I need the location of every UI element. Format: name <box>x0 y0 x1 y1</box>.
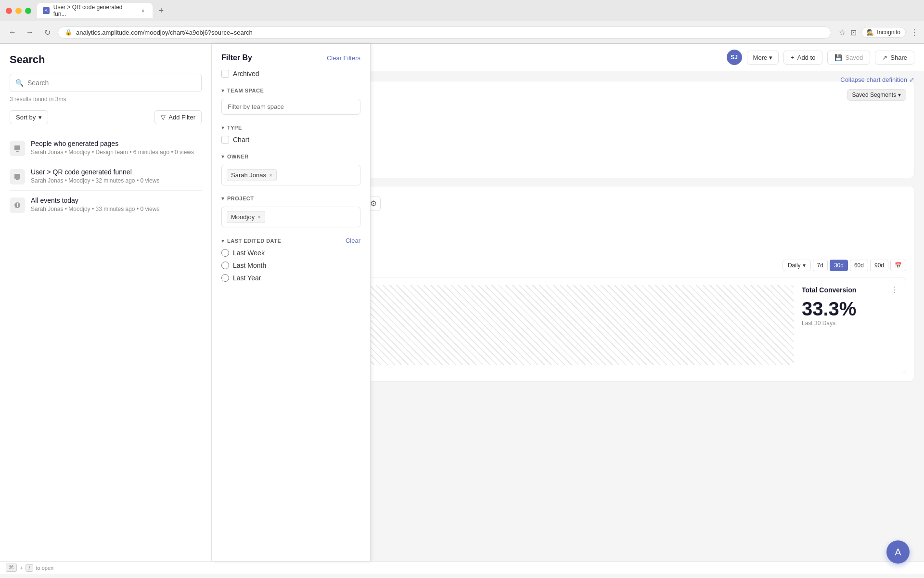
filter-title: Filter By <box>221 53 252 62</box>
sort-by-button[interactable]: Sort by ▾ <box>10 110 48 124</box>
plus-text: + <box>20 565 23 571</box>
owner-tag: Sarah Jonas × <box>227 169 277 181</box>
chevron-down-icon: ▾ <box>769 54 772 61</box>
incognito-badge: 🕵 Incognito <box>861 27 906 38</box>
period-calendar[interactable]: 📅 <box>890 260 906 271</box>
filter-icon: ▽ <box>161 114 166 121</box>
back-nav-button[interactable]: ← <box>6 26 19 39</box>
last-month-option[interactable]: Last Month <box>221 262 360 269</box>
search-results-count: 3 results found in 3ms <box>10 96 202 103</box>
archived-label: Archived <box>233 70 259 78</box>
fab-icon: A <box>895 547 901 558</box>
last-edited-date-header[interactable]: ▾ LAST EDITED DATE <box>221 237 281 244</box>
last-year-label: Last Year <box>233 274 261 282</box>
daily-label: Daily <box>788 262 801 269</box>
minimize-dot[interactable] <box>15 8 22 14</box>
project-section: ▾ PROJECT Moodjoy × <box>221 195 360 227</box>
search-input-wrapper: 🔍 <box>10 74 202 92</box>
app-container: Search 🔍 3 results found in 3ms Sort by … <box>0 44 924 561</box>
browser-tab-active[interactable]: A User > QR code generated fun... × <box>37 3 153 18</box>
team-space-input[interactable] <box>221 99 360 115</box>
last-month-radio[interactable] <box>221 262 229 269</box>
last-year-radio[interactable] <box>221 274 229 282</box>
owner-tags-input[interactable]: Sarah Jonas × <box>221 165 360 185</box>
maximize-dot[interactable] <box>25 8 31 14</box>
more-button[interactable]: More ▾ <box>747 51 779 65</box>
chevron-down-icon: ▾ <box>221 87 224 94</box>
chevron-down-icon: ▾ <box>803 262 806 269</box>
search-title: Search <box>10 53 202 66</box>
add-filter-label: Add Filter <box>168 114 195 121</box>
share-button[interactable]: ↗ Share <box>875 51 914 65</box>
last-year-option[interactable]: Last Year <box>221 274 360 282</box>
project-header[interactable]: ▾ PROJECT <box>221 195 360 202</box>
saved-segments-label: Saved Segments <box>852 92 896 98</box>
svg-rect-2 <box>14 174 20 179</box>
team-space-title: TEAM SPACE <box>227 88 264 93</box>
collapse-label: Collapse chart definition <box>840 76 907 83</box>
period-90d[interactable]: 90d <box>870 260 888 271</box>
last-edited-date-title: LAST EDITED DATE <box>227 238 281 244</box>
period-30d[interactable]: 30d <box>830 260 848 271</box>
close-dot[interactable] <box>6 8 12 14</box>
saved-button[interactable]: 💾 Saved <box>827 51 870 65</box>
bookmark-icon[interactable]: ☆ <box>839 28 846 37</box>
result-icon-events <box>10 197 25 213</box>
add-to-button[interactable]: + Add to <box>783 51 822 65</box>
result-content: All events today Sarah Jonas • Moodjoy •… <box>31 197 202 212</box>
result-name: All events today <box>31 197 202 204</box>
list-item[interactable]: All events today Sarah Jonas • Moodjoy •… <box>10 191 202 219</box>
split-view-icon[interactable]: ⊡ <box>850 28 857 37</box>
svg-rect-1 <box>16 151 19 152</box>
period-60d[interactable]: 60d <box>850 260 868 271</box>
filter-panel: Filter By Clear Filters Archived ▾ TEAM … <box>212 44 371 561</box>
archived-checkbox[interactable] <box>221 70 229 78</box>
collapse-chart-definition-link[interactable]: Collapse chart definition ⤢ <box>840 76 914 83</box>
plus-icon: + <box>791 54 795 61</box>
chart-checkbox[interactable] <box>221 136 229 144</box>
menu-icon[interactable]: ⋮ <box>911 28 918 37</box>
list-item[interactable]: User > QR code generated funnel Sarah Jo… <box>10 162 202 191</box>
add-filter-button[interactable]: ▽ Add Filter <box>154 110 202 124</box>
tab-favicon: A <box>43 7 50 14</box>
fab-button[interactable]: A <box>886 540 910 564</box>
owner-tag-label: Sarah Jonas <box>231 171 266 179</box>
chevron-down-icon: ▾ <box>38 114 42 121</box>
result-meta: Sarah Jonas • Moodjoy • Design team • 6 … <box>31 149 202 156</box>
chart-type-row[interactable]: Chart <box>221 136 360 144</box>
expand-icon: ⤢ <box>909 76 914 83</box>
reload-button[interactable]: ↻ <box>40 26 54 39</box>
svg-rect-5 <box>17 203 18 206</box>
chevron-down-icon: ▾ <box>221 153 224 160</box>
browser-window-controls[interactable] <box>6 8 31 14</box>
last-edited-clear-button[interactable]: Clear <box>346 237 360 244</box>
slash-key: / <box>26 564 33 572</box>
address-bar[interactable]: 🔒 analytics.amplitude.com/moodjoy/chart/… <box>58 26 831 39</box>
total-conversion-header: Total Conversion ⋮ <box>802 285 898 294</box>
more-icon[interactable]: ⋮ <box>890 285 898 294</box>
shortcut-key: ⌘ <box>6 564 17 572</box>
saved-segments-button[interactable]: Saved Segments ▾ <box>847 89 906 101</box>
period-7d[interactable]: 7d <box>813 260 828 271</box>
project-tag-remove[interactable]: × <box>257 214 261 221</box>
search-input[interactable] <box>10 74 202 92</box>
forward-nav-button[interactable]: → <box>23 26 37 39</box>
owner-title: OWNER <box>227 154 249 159</box>
result-content: People who generated pages Sarah Jonas •… <box>31 140 202 156</box>
owner-tag-remove[interactable]: × <box>269 172 272 179</box>
browser-addressbar: ← → ↻ 🔒 analytics.amplitude.com/moodjoy/… <box>0 21 924 43</box>
list-item[interactable]: People who generated pages Sarah Jonas •… <box>10 134 202 162</box>
clear-filters-button[interactable]: Clear Filters <box>327 54 360 62</box>
chevron-down-icon: ▾ <box>898 92 901 98</box>
team-space-header[interactable]: ▾ TEAM SPACE <box>221 87 360 94</box>
tab-close-button[interactable]: × <box>139 7 147 14</box>
daily-dropdown[interactable]: Daily ▾ <box>783 260 811 271</box>
archived-filter-row[interactable]: Archived <box>221 70 360 78</box>
browser-titlebar: A User > QR code generated fun... × + <box>0 0 924 21</box>
project-tags-input[interactable]: Moodjoy × <box>221 207 360 227</box>
new-tab-button[interactable]: + <box>154 4 168 17</box>
last-week-option[interactable]: Last Week <box>221 249 360 257</box>
type-header[interactable]: ▾ TYPE <box>221 124 360 131</box>
last-week-radio[interactable] <box>221 249 229 257</box>
owner-header[interactable]: ▾ OWNER <box>221 153 360 160</box>
